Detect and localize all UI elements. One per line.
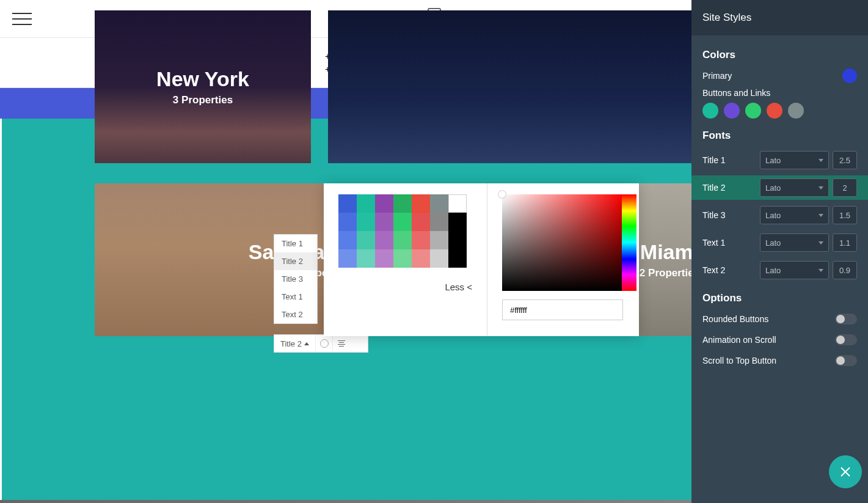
color-swatch[interactable] [412,213,430,231]
font-row-label: Text 1 [702,238,756,248]
font-row: Title 1Lato [691,148,868,172]
buttons-links-label: Buttons and Links [702,88,857,98]
font-size-input[interactable] [833,206,857,224]
color-swatch[interactable] [338,213,357,231]
style-selector-button[interactable]: Title 2 [274,335,316,352]
font-size-input[interactable] [833,233,857,252]
color-swatch-grid [338,194,472,268]
color-swatch[interactable] [357,213,375,231]
font-size-input[interactable] [833,151,857,169]
color-swatch[interactable] [412,194,430,213]
align-button[interactable] [333,335,350,352]
color-swatch[interactable] [338,231,357,249]
color-swatch[interactable] [393,194,412,213]
style-option-title-2[interactable]: Title 2 [274,252,317,270]
color-swatch[interactable] [375,194,393,213]
saturation-area[interactable] [502,194,623,291]
color-swatch[interactable] [375,213,393,231]
hex-input[interactable] [502,299,623,320]
color-swatch[interactable] [448,194,467,213]
button-color-swatch[interactable] [767,103,782,119]
fonts-heading: Fonts [702,130,857,142]
style-option-title-3[interactable]: Title 3 [274,270,317,288]
font-row-label: Text 2 [702,265,756,275]
animation-scroll-toggle[interactable] [835,334,857,345]
font-family-select[interactable]: Lato [760,233,829,252]
panel-title: Site Styles [691,0,868,35]
color-swatch[interactable] [393,231,412,249]
options-heading: Options [702,292,857,304]
color-swatch[interactable] [338,194,357,213]
hue-slider[interactable] [622,194,636,291]
animation-scroll-label: Animation on Scroll [702,335,776,345]
color-swatch[interactable] [357,249,375,268]
card-subtitle: 3 Properties [173,94,233,106]
color-picker-button[interactable] [316,335,333,352]
style-option-title-1[interactable]: Title 1 [274,235,317,252]
color-swatch[interactable] [357,194,375,213]
color-swatch[interactable] [430,213,448,231]
color-swatch[interactable] [375,231,393,249]
rounded-buttons-toggle[interactable] [835,314,857,325]
font-family-select[interactable]: Lato [760,261,829,279]
color-swatch[interactable] [412,231,430,249]
font-size-input[interactable] [833,261,857,279]
color-swatch[interactable] [412,249,430,268]
button-color-swatches [702,103,857,119]
font-row-label: Title 2 [702,183,756,193]
style-option-text-2[interactable]: Text 2 [274,306,317,323]
button-color-swatch[interactable] [702,103,718,119]
color-swatch[interactable] [393,213,412,231]
site-styles-panel: Site Styles Colors Primary Buttons and L… [691,0,868,503]
text-style-toolbar: Title 2 [274,334,368,353]
font-size-input[interactable] [833,178,857,197]
close-panel-button[interactable] [829,455,862,488]
color-picker-popup: Less < [324,183,639,336]
color-swatch[interactable] [430,194,448,213]
color-swatch[interactable] [448,231,467,249]
scroll-top-toggle[interactable] [835,355,857,366]
rounded-buttons-label: Rounded Buttons [702,314,768,324]
button-color-swatch[interactable] [745,103,761,119]
font-family-select[interactable]: Lato [760,151,829,169]
color-swatch[interactable] [357,231,375,249]
font-family-select[interactable]: Lato [760,206,829,224]
caret-up-icon [304,342,309,345]
close-icon [839,465,852,479]
less-toggle[interactable]: Less < [445,282,472,292]
primary-color-swatch[interactable] [842,68,857,83]
font-family-select[interactable]: Lato [760,178,829,197]
color-swatch[interactable] [448,213,467,231]
style-option-text-1[interactable]: Text 1 [274,288,317,306]
color-swatch[interactable] [393,249,412,268]
font-row-label: Title 3 [702,210,756,220]
button-color-swatch[interactable] [788,103,804,119]
color-swatch[interactable] [338,249,357,268]
button-color-swatch[interactable] [724,103,740,119]
card-title: New York [156,67,249,91]
scroll-top-label: Scroll to Top Button [702,356,776,365]
font-row: Text 2Lato [691,258,868,282]
text-style-dropdown: Title 1 Title 2 Title 3 Text 1 Text 2 [274,234,318,324]
color-swatch[interactable] [375,249,393,268]
colors-heading: Colors [702,49,857,61]
primary-label: Primary [702,71,732,81]
chevron-down-icon [819,269,823,272]
card-new-york[interactable]: New York 3 Properties [95,10,311,163]
saturation-handle[interactable] [498,191,506,198]
font-row-label: Title 1 [702,155,756,165]
font-row: Title 3Lato [691,203,868,227]
chevron-down-icon [819,159,823,162]
chevron-down-icon [819,214,823,217]
color-swatch[interactable] [430,249,448,268]
color-swatch[interactable] [448,249,467,268]
font-row: Title 2Lato [691,175,868,200]
color-swatch[interactable] [430,231,448,249]
chevron-down-icon [819,241,823,244]
font-row: Text 1Lato [691,230,868,255]
chevron-down-icon [819,186,823,189]
menu-icon[interactable] [12,13,32,25]
